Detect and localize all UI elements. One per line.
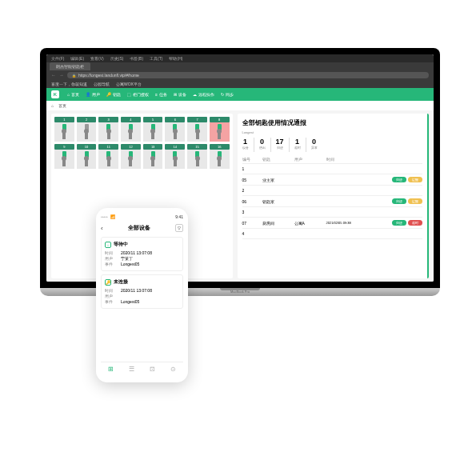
phone-tabbar: ⊞ ☰ ⊡ ⊙ (101, 362, 183, 376)
key-slot[interactable]: 9 (54, 144, 74, 169)
status-badge: 归还 (392, 198, 406, 204)
filter-icon[interactable]: ▽ (175, 224, 183, 232)
table-row[interactable]: 4 (242, 229, 422, 239)
stat-item: 0异常 (311, 138, 318, 152)
table-row[interactable]: 07厨房间公寓A2021/02/05 09:38归还超时 (242, 218, 422, 229)
phone-header: ‹ 全部设备 ▽ (101, 222, 183, 234)
phone-statusbar: ◦◦◦◦◦ 📶 9:41 (101, 214, 183, 219)
stat-item: 0借出 (259, 138, 266, 152)
key-slot[interactable]: 10 (77, 144, 97, 169)
table-row[interactable]: 1 (242, 164, 422, 174)
nav-icon: ⬚ (127, 92, 131, 97)
nav-item[interactable]: ☁远程操作 (193, 92, 214, 97)
lock-icon: 🔒 (72, 74, 76, 78)
browser-urlbar: ← → 🔒 https://longest.landunfl.vip/#/hom… (46, 70, 434, 80)
key-slot[interactable]: 8 (210, 117, 230, 142)
status-badge: 超时 (408, 220, 422, 226)
key-slot[interactable]: 16 (210, 144, 230, 169)
nav-icon: ⊞ (174, 92, 177, 97)
phone-frame: ◦◦◦◦◦ 📶 9:41 ‹ 全部设备 ▽ ↓等待中时间2020/11 13:0… (96, 208, 188, 382)
status-badge: 提醒 (408, 198, 422, 204)
back-icon[interactable]: ← (51, 73, 56, 78)
tab-settings-icon[interactable]: ⊙ (170, 366, 176, 373)
nav-item[interactable]: ≡任务 (155, 92, 167, 97)
status-badge: 归还 (392, 177, 406, 182)
key-slot[interactable]: 3 (98, 117, 118, 142)
nav-item[interactable]: 👤用户 (86, 92, 100, 97)
key-slot[interactable]: 5 (143, 117, 163, 142)
bookmark-link[interactable]: 公寓WOX平台 (116, 82, 142, 86)
stat-item: 1超时 (294, 138, 301, 152)
bookmark-link[interactable]: 百度一下，你就知道 (51, 82, 87, 86)
table-row[interactable]: 2 (242, 186, 422, 196)
key-slot[interactable]: 7 (187, 117, 207, 142)
nav-icon: ⌂ (67, 92, 70, 97)
phone-page-title: 全部设备 (128, 224, 150, 232)
key-slot[interactable]: 4 (121, 117, 141, 142)
nav-item[interactable]: ⊞设备 (174, 92, 186, 97)
report-subtitle: Longest (242, 130, 422, 134)
report-panel: 全部钥匙使用情况通报 Longest 1设备0借出17归还1超时0异常 编号钥匙… (238, 114, 429, 278)
nav-item[interactable]: ⌂首页 (67, 92, 79, 97)
status-badge: 提醒 (408, 177, 422, 182)
card-status-icon: ↓ (105, 242, 111, 248)
bookmark-link[interactable]: 公园导航 (94, 82, 110, 86)
nav-icon: 👤 (86, 92, 90, 97)
nav-icon: ☁ (193, 92, 197, 97)
back-button[interactable]: ‹ (101, 225, 103, 232)
url-input[interactable]: 🔒 https://longest.landunfl.vip/#/home (67, 72, 429, 78)
key-slot[interactable]: 11 (98, 144, 118, 169)
nav-icon: 🔑 (106, 92, 111, 97)
breadcrumb: 首页 (46, 101, 434, 110)
nav-item[interactable]: ↻同步 (221, 92, 234, 97)
browser-tab[interactable]: 朗杰智能钥匙柜 (50, 62, 90, 70)
key-slot[interactable]: 15 (187, 144, 207, 169)
key-slot[interactable]: 13 (143, 144, 163, 169)
key-slot[interactable]: 12 (121, 144, 141, 169)
report-title: 全部钥匙使用情况通报 (242, 118, 422, 127)
card-status-icon: 🔑 (105, 279, 111, 286)
key-slot[interactable]: 1 (54, 117, 74, 142)
browser-tabs: 朗杰智能钥匙柜 (46, 62, 434, 70)
browser-menubar[interactable]: 文件(F)编辑(E)查看(V)历史(S)书签(B)工具(T)帮助(H) (46, 54, 434, 62)
nav-item[interactable]: 🔑钥匙 (106, 92, 121, 97)
forward-icon[interactable]: → (59, 73, 64, 78)
tab-home-icon[interactable]: ⊞ (108, 366, 114, 373)
app-navbar: K ⌂首页👤用户🔑钥匙⬚柜门授权≡任务⊞设备☁远程操作↻同步 (46, 88, 434, 101)
table-row[interactable]: 05业主家归还提醒 (242, 174, 422, 186)
app-logo[interactable]: K (51, 90, 59, 98)
table-header: 编号钥匙用户时间 (242, 155, 422, 164)
key-slot[interactable]: 2 (77, 117, 97, 142)
event-card[interactable]: 🔑未连接时间2020/11 13:07:08用户事件Longest05 (101, 274, 183, 309)
table-row[interactable]: 3 (242, 207, 422, 218)
tab-grid-icon[interactable]: ⊡ (150, 366, 155, 373)
stat-item: 17归还 (276, 138, 284, 152)
key-slot[interactable]: 14 (165, 144, 185, 169)
status-badge: 归还 (392, 220, 406, 226)
tab-list-icon[interactable]: ☰ (129, 366, 134, 373)
nav-icon: ↻ (221, 92, 224, 97)
stat-item: 1设备 (242, 138, 249, 152)
nav-icon: ≡ (155, 92, 158, 97)
nav-item[interactable]: ⬚柜门授权 (127, 92, 149, 97)
bookmark-bar: 百度一下，你就知道 公园导航 公寓WOX平台 (46, 80, 434, 88)
event-card[interactable]: ↓等待中时间2020/11 13:07:08用户宁某丁事件Longest05 (101, 237, 183, 271)
key-slot[interactable]: 6 (165, 117, 185, 142)
table-row[interactable]: 06钥匙家归还提醒 (242, 196, 422, 207)
